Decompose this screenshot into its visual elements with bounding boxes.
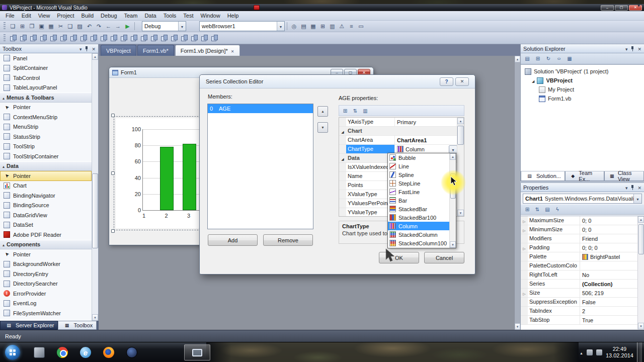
- toolbox-item[interactable]: Components: [0, 240, 92, 250]
- dropdown-scrollbar[interactable]: [449, 153, 456, 248]
- dropdown-item[interactable]: Spline: [388, 170, 449, 179]
- taskbar-app-button[interactable]: [123, 344, 141, 360]
- property-row[interactable]: TabIndex 2: [521, 307, 638, 316]
- make-same-size-icon[interactable]: [109, 33, 119, 43]
- category-expander-icon[interactable]: [341, 155, 344, 161]
- toolbox-item[interactable]: Panel: [0, 53, 92, 63]
- expand-icon[interactable]: [523, 218, 525, 224]
- vs-titlebar[interactable]: VBProject - Microsoft Visual Studio – ▢ …: [0, 4, 644, 11]
- property-row[interactable]: YAxisType Primary: [339, 118, 457, 127]
- category-expander-icon[interactable]: [341, 128, 344, 134]
- toolbox-item[interactable]: ➤ Pointer: [0, 249, 92, 259]
- solution-explorer-header[interactable]: Solution Explorer: [521, 44, 644, 53]
- toolbox-window-icon[interactable]: ▥: [328, 22, 337, 31]
- equal-vertical-spacing-icon[interactable]: [159, 33, 169, 43]
- toolbox-item[interactable]: StatusStrip: [0, 132, 92, 142]
- toolbox-item[interactable]: Adobe PDF Reader: [0, 230, 92, 240]
- scroll-up-icon[interactable]: [450, 153, 456, 160]
- property-grid-scrollbar[interactable]: [457, 118, 464, 216]
- property-row[interactable]: MaximumSize 0; 0: [521, 216, 638, 225]
- toolbox-item[interactable]: BindingSource: [0, 201, 92, 211]
- close-button[interactable]: ✕: [629, 5, 642, 11]
- ok-button[interactable]: OK: [379, 252, 419, 263]
- align-lefts-icon[interactable]: [28, 33, 38, 43]
- save-icon[interactable]: ▣: [37, 22, 46, 31]
- align-centers-icon[interactable]: [38, 33, 48, 43]
- members-listbox[interactable]: 0 AGE: [207, 104, 313, 229]
- navigate-forward-icon[interactable]: →: [113, 22, 123, 31]
- find-icon[interactable]: ◎: [289, 22, 299, 31]
- scroll-down-icon[interactable]: [457, 210, 464, 216]
- object-browser-icon[interactable]: ⊞: [318, 22, 328, 31]
- window-position-icon[interactable]: [625, 46, 628, 52]
- cut-icon[interactable]: ✂: [56, 22, 65, 31]
- panel-tab[interactable]: ◆ Team Ex...: [565, 171, 604, 181]
- decrease-vertical-spacing-icon[interactable]: [179, 33, 189, 43]
- dialog-close-button[interactable]: [455, 77, 469, 86]
- property-pages-icon[interactable]: ▥: [361, 106, 370, 115]
- menu-item[interactable]: Window: [197, 11, 224, 21]
- align-rights-icon[interactable]: [48, 33, 58, 43]
- dropdown-item[interactable]: Line: [388, 162, 449, 170]
- tray-network-icon[interactable]: [587, 349, 593, 355]
- property-row[interactable]: PaletteCustomColo: [521, 261, 638, 270]
- alphabetical-icon[interactable]: ⇅: [351, 106, 360, 115]
- section-collapse-icon[interactable]: [3, 241, 5, 247]
- dialog-titlebar[interactable]: Series Collection Editor: [200, 75, 475, 88]
- increase-horizontal-spacing-icon[interactable]: [129, 33, 139, 43]
- dropdown-item[interactable]: StackedColumn100: [388, 239, 449, 247]
- startup-object-combobox[interactable]: webBrowser1: [199, 21, 285, 31]
- tree-expander-icon[interactable]: [532, 77, 534, 83]
- property-row[interactable]: ChartArea ChartArea1: [339, 136, 457, 145]
- toolbox-item[interactable]: BackgroundWorker: [0, 259, 92, 269]
- remove-horizontal-spacing-icon[interactable]: [149, 33, 159, 43]
- tree-item[interactable]: Solution 'VBProject' (1 project): [521, 67, 644, 76]
- increase-vertical-spacing-icon[interactable]: [169, 33, 179, 43]
- minimize-button[interactable]: –: [601, 5, 614, 11]
- tree-item[interactable]: VBProject: [521, 76, 644, 85]
- chevron-down-icon[interactable]: [633, 194, 641, 203]
- designer-scrollbar[interactable]: [514, 56, 520, 330]
- document-tab[interactable]: VBProject: [101, 45, 136, 56]
- toolbox-item[interactable]: TableLayoutPanel: [0, 83, 92, 93]
- maximize-button[interactable]: ▢: [615, 5, 628, 11]
- tray-volume-icon[interactable]: [596, 349, 602, 355]
- toolbar-grip[interactable]: [4, 22, 6, 30]
- properties-scrollbar[interactable]: [637, 216, 644, 329]
- undo-icon[interactable]: ↶: [85, 22, 94, 31]
- scroll-down-icon[interactable]: [515, 323, 520, 330]
- toolbox-scrollbar[interactable]: [92, 53, 98, 321]
- taskbar-app-button[interactable]: [30, 344, 48, 360]
- toolbox-item[interactable]: TabControl: [0, 73, 92, 83]
- panel-tab[interactable]: ▤ Server Explorer: [0, 321, 58, 330]
- property-row[interactable]: Series (Collection): [521, 280, 638, 289]
- make-same-height-icon[interactable]: [99, 33, 109, 43]
- toolbar-grip[interactable]: [4, 34, 6, 42]
- auto-hide-pin-icon[interactable]: [630, 185, 635, 191]
- auto-hide-pin-icon[interactable]: [84, 46, 89, 52]
- window-position-icon[interactable]: [625, 185, 628, 191]
- solution-explorer-icon[interactable]: ▤: [299, 22, 308, 31]
- member-row[interactable]: 0 AGE: [208, 104, 313, 113]
- window-position-icon[interactable]: [79, 46, 82, 52]
- menu-item[interactable]: Help: [224, 11, 243, 21]
- toolbox-item[interactable]: Data: [0, 161, 92, 171]
- align-bottoms-icon[interactable]: [78, 33, 89, 43]
- expand-icon[interactable]: [523, 290, 525, 296]
- menu-item[interactable]: Test: [180, 11, 197, 21]
- auto-hide-pin-icon[interactable]: [630, 46, 635, 52]
- start-button[interactable]: [5, 345, 20, 360]
- taskbar-app-button[interactable]: [100, 344, 118, 360]
- menu-item[interactable]: Team: [121, 11, 141, 21]
- scrollbar-thumb[interactable]: [638, 224, 644, 254]
- taskbar-clock[interactable]: 22:49 13.02.2014: [606, 346, 633, 359]
- toolbox-item[interactable]: BindingNavigator: [0, 191, 92, 201]
- configuration-combobox[interactable]: Debug: [142, 21, 186, 31]
- menu-item[interactable]: Data: [141, 11, 159, 21]
- tray-chevron-icon[interactable]: [580, 349, 583, 355]
- menu-item[interactable]: View: [35, 11, 54, 21]
- se-properties-icon[interactable]: ▤: [523, 54, 532, 63]
- tree-item[interactable]: My Project: [521, 85, 644, 94]
- property-row[interactable]: RightToLeft No: [521, 270, 638, 280]
- toolbox-item[interactable]: Chart: [0, 181, 92, 191]
